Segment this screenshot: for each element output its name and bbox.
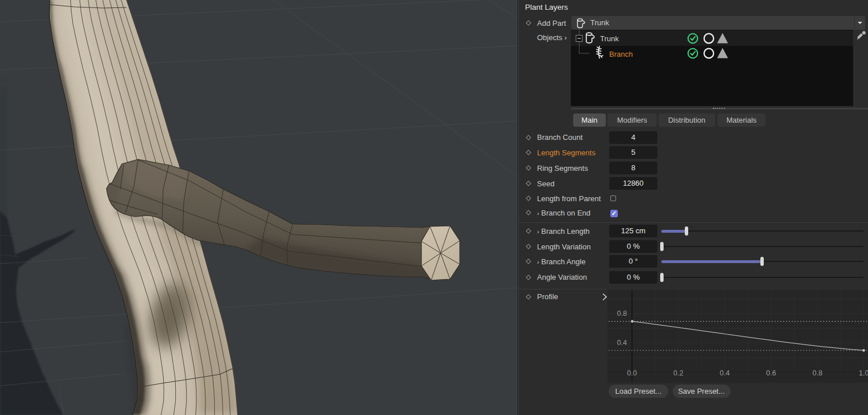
svg-text:0.4: 0.4 xyxy=(720,369,729,377)
svg-text:0.4: 0.4 xyxy=(617,339,627,347)
svg-text:0.6: 0.6 xyxy=(766,369,776,377)
svg-text:0.2: 0.2 xyxy=(673,369,683,377)
svg-text:0.0: 0.0 xyxy=(627,369,637,377)
svg-text:0.8: 0.8 xyxy=(812,369,822,377)
svg-text:1.0: 1.0 xyxy=(859,369,868,377)
svg-text:0.8: 0.8 xyxy=(617,310,627,318)
